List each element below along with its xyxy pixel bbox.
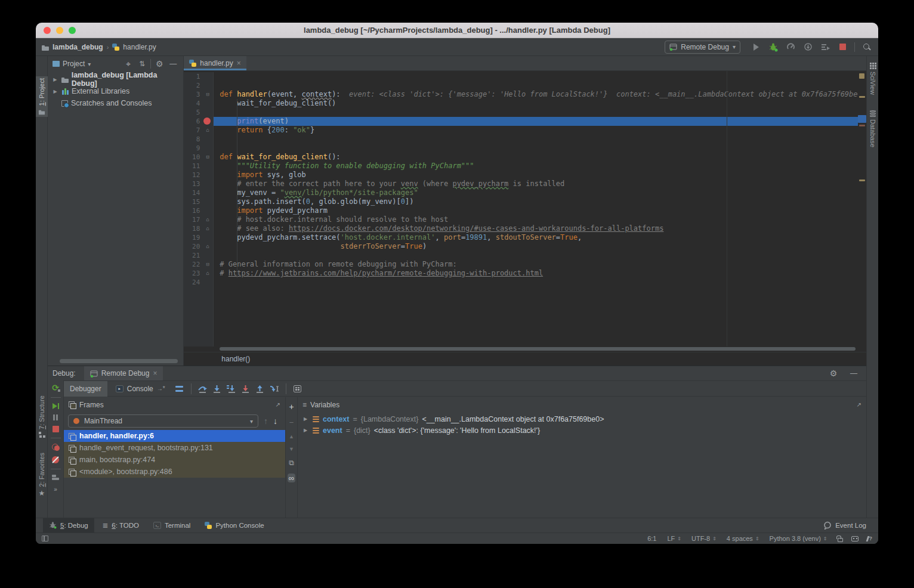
code-text[interactable] xyxy=(214,251,866,260)
collapse-all-icon[interactable]: ⇅ xyxy=(137,58,147,69)
code-text[interactable] xyxy=(214,144,866,153)
profiler-button[interactable] xyxy=(785,42,796,52)
tool-stripe-item--favorites[interactable]: 2: Favorites★ xyxy=(36,451,48,499)
hide-tool-window-icon[interactable]: — xyxy=(848,368,859,379)
fold-end-icon[interactable]: ⌂ xyxy=(204,216,211,224)
zoom-window-icon[interactable] xyxy=(69,27,76,34)
code-text[interactable]: return {200: "ok"} xyxy=(214,126,866,135)
gear-icon[interactable]: ⚙ xyxy=(154,58,165,69)
breadcrumb-file[interactable]: handler.py xyxy=(123,43,156,51)
code-text[interactable] xyxy=(214,108,866,117)
tab-console[interactable]: ▸ Console →* xyxy=(110,381,171,397)
frame-row[interactable]: main, bootstrap.py:474 xyxy=(64,454,285,466)
error-stripe[interactable] xyxy=(858,71,866,346)
breakpoint-icon[interactable] xyxy=(203,117,211,125)
close-window-icon[interactable] xyxy=(44,27,51,34)
event-log-button[interactable]: Event Log xyxy=(823,521,871,530)
editor-gutter[interactable]: 9 xyxy=(184,144,214,153)
code-text[interactable]: # see also: https://docs.docker.com/desk… xyxy=(214,224,866,233)
warning-mark[interactable] xyxy=(859,96,865,98)
search-everywhere-button[interactable] xyxy=(861,42,872,52)
editor-gutter[interactable]: 10⊟ xyxy=(184,153,214,162)
editor-gutter[interactable]: 14 xyxy=(184,188,214,197)
editor-gutter[interactable]: 17⌂ xyxy=(184,215,214,224)
run-configuration-select[interactable]: Remote Debug ▾ xyxy=(665,41,740,54)
code-text[interactable]: """Utility function to enable debugging … xyxy=(214,162,866,171)
threads-view-button[interactable] xyxy=(174,383,186,394)
variables-menu-icon[interactable]: ≡ xyxy=(302,401,307,409)
code-text[interactable]: def wait_for_debug_client(): xyxy=(214,153,866,162)
tree-expander-icon[interactable]: ▶ xyxy=(52,77,58,82)
frame-up-icon[interactable]: ↑ xyxy=(264,416,268,426)
tab-debugger[interactable]: Debugger xyxy=(64,381,107,397)
code-editor[interactable]: 123⊟def handler(event, context): event: … xyxy=(184,71,866,346)
stop-icon[interactable] xyxy=(53,426,59,432)
tool-window-tab---todo[interactable]: ≣6: TODO xyxy=(97,518,145,533)
project-horizontal-scrollbar[interactable] xyxy=(60,359,178,363)
hide-tool-window-icon[interactable]: — xyxy=(168,58,178,69)
code-text[interactable]: # https://www.jetbrains.com/help/pycharm… xyxy=(214,269,866,278)
expand-icon[interactable]: ▶ xyxy=(304,428,309,433)
editor-gutter[interactable]: 18⌂ xyxy=(184,224,214,233)
pause-icon[interactable] xyxy=(53,414,58,420)
current-line-mark[interactable] xyxy=(858,115,866,123)
tool-window-tab-python-console[interactable]: Python Console xyxy=(199,518,270,533)
more-icon[interactable]: » xyxy=(54,486,57,493)
breakpoint-mark[interactable] xyxy=(859,125,865,126)
editor-gutter[interactable]: 24 xyxy=(184,278,214,287)
editor-gutter[interactable]: 8 xyxy=(184,135,214,144)
tool-stripe-item-sciview[interactable]: SciView xyxy=(867,61,878,97)
breadcrumb-function[interactable]: handler() xyxy=(221,355,250,363)
frame-down-icon[interactable]: ↓ xyxy=(273,416,277,426)
code-text[interactable]: # enter the correct path here to your ve… xyxy=(214,180,866,188)
code-text[interactable] xyxy=(214,278,866,287)
editor-gutter[interactable]: 4 xyxy=(184,99,214,108)
code-text[interactable]: import sys, glob xyxy=(214,171,866,180)
editor-gutter[interactable]: 6 xyxy=(184,117,214,126)
debug-session-tab[interactable]: Remote Debug × xyxy=(84,366,163,380)
code-text[interactable]: def handler(event, context): event: <cla… xyxy=(214,90,866,99)
breadcrumb-project[interactable]: lambda_debug xyxy=(53,43,103,51)
step-out-button[interactable] xyxy=(254,383,266,394)
step-into-button[interactable] xyxy=(211,383,223,394)
code-text[interactable]: import pydevd_pycharm xyxy=(214,206,866,215)
float-window-icon[interactable]: ↗ xyxy=(276,401,280,408)
expand-icon[interactable]: ▶ xyxy=(304,416,309,422)
evaluate-expression-button[interactable] xyxy=(292,383,304,394)
status-python-3-8--venv-[interactable]: Python 3.8 (venv)⇕ xyxy=(770,535,827,542)
code-text[interactable]: my_venv = "venv/lib/python*/site-package… xyxy=(214,188,866,197)
editor-gutter[interactable]: 11 xyxy=(184,162,214,171)
warning-mark[interactable] xyxy=(859,180,865,181)
editor-gutter[interactable]: 7⌂ xyxy=(184,126,214,135)
code-text[interactable] xyxy=(214,72,866,81)
fold-end-icon[interactable]: ⌂ xyxy=(204,243,211,250)
fold-end-icon[interactable]: ⌂ xyxy=(204,225,211,233)
fold-collapse-icon[interactable]: ⊟ xyxy=(204,261,211,268)
editor-horizontal-scrollbar[interactable] xyxy=(184,346,866,352)
tool-window-toggle-icon[interactable] xyxy=(42,536,48,541)
indexing-status-icon[interactable] xyxy=(851,536,859,541)
step-over-button[interactable] xyxy=(197,383,209,394)
code-text[interactable] xyxy=(214,81,866,90)
show-watches-icon[interactable]: ∞ xyxy=(288,474,295,482)
tool-stripe-item--structure[interactable]: 7: Structure xyxy=(36,394,48,440)
frame-row[interactable]: <module>, bootstrap.py:486 xyxy=(64,466,285,478)
code-text[interactable]: # General information on remote debuggin… xyxy=(214,260,866,269)
editor-gutter[interactable]: 2 xyxy=(184,81,214,90)
locate-file-icon[interactable]: ⌖ xyxy=(123,58,134,69)
code-text[interactable]: print(event) xyxy=(214,117,866,126)
editor-breadcrumb[interactable]: handler() xyxy=(184,352,866,366)
editor-gutter[interactable]: 5 xyxy=(184,108,214,117)
editor-gutter[interactable]: 13 xyxy=(184,180,214,188)
code-text[interactable]: pydevd_pycharm.settrace('host.docker.int… xyxy=(214,233,866,242)
close-icon[interactable]: × xyxy=(237,59,241,67)
mute-breakpoints-icon[interactable] xyxy=(52,456,59,463)
restore-layout-icon[interactable] xyxy=(52,475,59,481)
code-text[interactable]: sys.path.insert(0, glob.glob(my_venv)[0]… xyxy=(214,197,866,206)
thread-select[interactable]: MainThread ▾ xyxy=(68,414,258,428)
fold-end-icon[interactable]: ⌂ xyxy=(204,126,211,134)
tree-item[interactable]: Scratches and Consoles xyxy=(48,97,183,109)
tool-stripe-item-database[interactable]: Database xyxy=(867,109,878,149)
code-text[interactable]: # host.docker.internal should resolve to… xyxy=(214,215,866,224)
editor-gutter[interactable]: 16 xyxy=(184,206,214,215)
